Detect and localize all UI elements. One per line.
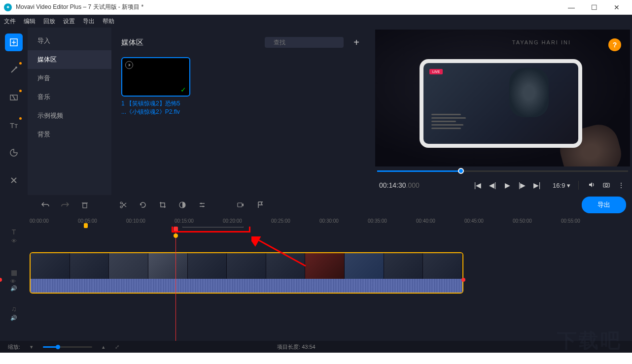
video-frames: [31, 253, 462, 279]
video-track-icon: ▦: [11, 268, 17, 276]
undo-button[interactable]: [37, 197, 53, 213]
marker-button[interactable]: [252, 197, 268, 213]
volume-button[interactable]: [587, 181, 597, 190]
media-panel: 媒体区 + ✓ 1 【笑镇惊魂2】恐怖5 ...《小镇惊魂2》P2.flv: [111, 28, 373, 195]
ruler-tick: 00:00:00: [30, 218, 49, 224]
playhead[interactable]: [176, 227, 176, 341]
sidebar-item-import[interactable]: 导入: [28, 32, 111, 50]
minimize-button[interactable]: —: [560, 0, 583, 15]
search-input[interactable]: [274, 39, 348, 46]
visibility-icon[interactable]: 👁: [11, 238, 17, 244]
play-button[interactable]: ▶: [502, 181, 512, 189]
ruler-tick: 00:40:00: [416, 218, 435, 224]
redo-button[interactable]: [57, 197, 73, 213]
add-media-button[interactable]: +: [350, 35, 363, 49]
mute-icon[interactable]: 🔊: [10, 315, 17, 321]
svg-line-17: [122, 203, 126, 207]
menubar: 文件 编辑 回放 设置 导出 帮助: [0, 15, 632, 28]
video-track-label: ▦ 👁🔊: [0, 265, 28, 295]
menu-export[interactable]: 导出: [83, 17, 95, 26]
media-thumbnail[interactable]: ✓: [121, 57, 190, 97]
export-button[interactable]: 导出: [582, 197, 626, 213]
svg-point-15: [120, 202, 122, 204]
close-button[interactable]: ✕: [605, 0, 628, 15]
notification-dot: [19, 90, 22, 92]
record-button[interactable]: [233, 197, 248, 213]
zoom-handle[interactable]: [56, 345, 60, 349]
menu-file[interactable]: 文件: [4, 17, 16, 26]
volume-icon: [588, 181, 596, 189]
media-grid: ✓ 1 【笑镇惊魂2】恐怖5 ...《小镇惊魂2》P2.flv: [121, 57, 363, 116]
more-tools-button[interactable]: [5, 171, 23, 189]
snapshot-button[interactable]: [601, 181, 611, 190]
svg-point-4: [15, 66, 17, 68]
ruler-tick: 00:50:00: [513, 218, 532, 224]
trash-icon: [81, 201, 89, 209]
split-button[interactable]: [115, 197, 131, 213]
menu-edit[interactable]: 编辑: [24, 17, 35, 26]
filters-tool-button[interactable]: [5, 61, 23, 79]
record-icon: [237, 201, 245, 209]
media-clip-label: 1 【笑镇惊魂2】恐怖5 ...《小镇惊魂2》P2.flv: [121, 99, 190, 116]
title-text-input[interactable]: 下载吧: [182, 227, 244, 228]
zoom-in-button[interactable]: ▴: [102, 344, 105, 350]
notification-dot: [19, 62, 22, 65]
crop-icon: [159, 201, 167, 209]
step-back-button[interactable]: ◀|: [488, 181, 497, 189]
search-box[interactable]: [265, 37, 344, 48]
sidebar-item-media[interactable]: 媒体区: [28, 50, 111, 69]
text-icon: Tт: [10, 121, 18, 130]
sidebar: 导入 媒体区 声音 音乐 示例视频 背景: [28, 28, 111, 195]
zoom-label: 缩放:: [8, 343, 20, 351]
aspect-ratio-selector[interactable]: 16:9 ▾: [553, 182, 570, 189]
ruler-tick: 00:25:00: [271, 218, 290, 224]
clip-end-handle[interactable]: [461, 278, 465, 282]
svg-rect-24: [238, 203, 242, 207]
timeline-toolbar: 导出: [0, 195, 632, 215]
crop-button[interactable]: [155, 197, 171, 213]
zoom-out-button[interactable]: ▾: [30, 344, 33, 350]
scrubber-handle[interactable]: [458, 168, 464, 174]
color-adjust-button[interactable]: [175, 197, 190, 213]
rotate-button[interactable]: [135, 197, 151, 213]
media-clip[interactable]: ✓ 1 【笑镇惊魂2】恐怖5 ...《小镇惊魂2》P2.flv: [121, 57, 190, 116]
help-button[interactable]: ?: [608, 38, 621, 51]
stickers-tool-button[interactable]: [5, 144, 23, 162]
delete-button[interactable]: [77, 197, 93, 213]
sidebar-item-sample-video[interactable]: 示例视频: [28, 106, 111, 125]
timeline-tracks[interactable]: ≡+ T 👁 ▦ 👁🔊 ♫ 🔊 下载吧: [0, 227, 632, 341]
zoom-slider[interactable]: [43, 346, 92, 348]
preview-scrubber[interactable]: [375, 166, 630, 175]
title-track-label: T 👁: [0, 229, 28, 243]
next-clip-button[interactable]: ▶|: [532, 181, 542, 189]
step-forward-button[interactable]: |▶: [517, 181, 527, 189]
text-track-icon: T: [12, 228, 16, 236]
menu-playback[interactable]: 回放: [43, 17, 55, 26]
svg-point-12: [605, 184, 608, 186]
prev-clip-button[interactable]: |◀: [473, 181, 483, 189]
more-options-button[interactable]: ⋮: [616, 181, 626, 189]
transitions-tool-button[interactable]: [5, 89, 23, 106]
import-tool-button[interactable]: [5, 33, 23, 51]
titles-tool-button[interactable]: Tт: [5, 116, 23, 134]
video-clip[interactable]: [30, 252, 463, 294]
maximize-button[interactable]: ☐: [583, 0, 605, 15]
fit-zoom-button[interactable]: ⤢: [115, 344, 119, 350]
sidebar-item-background[interactable]: 背景: [28, 125, 111, 144]
wand-icon: [9, 66, 18, 74]
preview-viewport[interactable]: TAYANG HARI INI LIVE ?: [375, 30, 630, 166]
ruler-tick: 00:05:00: [78, 218, 97, 224]
flag-icon: [257, 201, 264, 209]
watermark: 下载吧: [557, 327, 622, 354]
timeline-ruler[interactable]: 00:00:00 00:05:00 00:10:00 00:15:00 00:2…: [0, 215, 632, 227]
clip-properties-button[interactable]: [194, 197, 210, 213]
audio-waveform: [31, 279, 462, 294]
app-logo-icon: ✦: [4, 3, 12, 11]
menu-settings[interactable]: 设置: [63, 17, 75, 26]
svg-line-6: [12, 95, 15, 100]
mute-icon[interactable]: 🔊: [10, 285, 17, 292]
sidebar-item-sound[interactable]: 声音: [28, 69, 111, 88]
visibility-icon[interactable]: 👁: [10, 278, 17, 284]
menu-help[interactable]: 帮助: [103, 17, 114, 26]
sidebar-item-music[interactable]: 音乐: [28, 88, 111, 106]
